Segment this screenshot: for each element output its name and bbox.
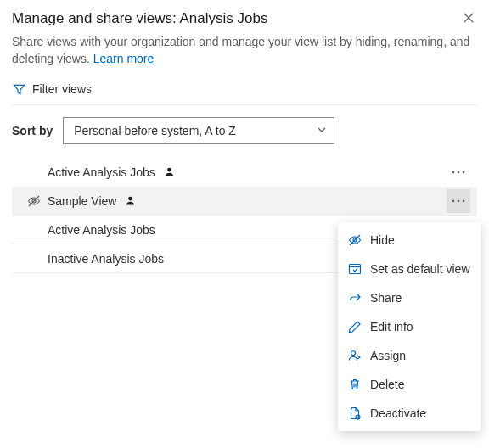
- view-label: Sample View: [48, 194, 116, 208]
- learn-more-link[interactable]: Learn more: [93, 52, 155, 65]
- assign-icon: [348, 349, 362, 362]
- menu-delete[interactable]: Delete: [338, 370, 481, 399]
- svg-point-11: [351, 351, 356, 356]
- menu-item-label: Delete: [370, 378, 404, 391]
- menu-item-label: Share: [370, 291, 402, 305]
- menu-item-label: Assign: [370, 349, 406, 362]
- menu-item-label: Hide: [370, 233, 395, 247]
- delete-icon: [348, 378, 362, 391]
- svg-rect-10: [350, 265, 361, 274]
- menu-item-label: Edit info: [370, 320, 413, 333]
- sort-dropdown[interactable]: Personal before system, A to Z: [63, 117, 334, 144]
- menu-edit-info[interactable]: Edit info: [338, 312, 481, 341]
- filter-icon: [12, 82, 25, 96]
- person-icon: [125, 195, 137, 207]
- svg-point-6: [452, 199, 455, 202]
- description-text: Share views with your organization and m…: [12, 35, 469, 65]
- sort-label: Sort by: [12, 124, 53, 137]
- view-label: Inactive Analysis Jobs: [48, 252, 164, 266]
- chevron-down-icon: [317, 124, 327, 137]
- more-actions-button[interactable]: [447, 160, 470, 184]
- svg-point-8: [463, 199, 465, 202]
- menu-hide[interactable]: Hide: [338, 226, 481, 255]
- view-label: Active Analysis Jobs: [48, 223, 155, 237]
- view-row[interactable]: Active Analysis Jobs: [12, 158, 477, 187]
- deactivate-icon: [348, 406, 362, 420]
- view-label: Active Analysis Jobs: [48, 165, 155, 179]
- filter-views-button[interactable]: Filter views: [12, 79, 477, 105]
- hidden-icon: [27, 194, 41, 208]
- edit-icon: [348, 320, 362, 333]
- svg-point-3: [463, 171, 465, 173]
- menu-set-default[interactable]: Set as default view: [338, 255, 481, 283]
- default-view-icon: [348, 262, 362, 276]
- svg-point-1: [452, 171, 455, 173]
- menu-item-label: Set as default view: [370, 262, 470, 276]
- hide-icon: [348, 233, 362, 247]
- person-icon: [164, 166, 176, 178]
- svg-point-0: [167, 167, 171, 171]
- close-button[interactable]: [460, 10, 477, 27]
- more-actions-button[interactable]: [447, 189, 470, 213]
- dialog-title: Manage and share views: Analysis Jobs: [12, 10, 267, 27]
- menu-share[interactable]: Share: [338, 283, 481, 312]
- share-icon: [348, 291, 362, 305]
- sort-dropdown-value: Personal before system, A to Z: [74, 124, 236, 137]
- close-icon: [463, 12, 475, 26]
- svg-point-7: [458, 199, 460, 202]
- context-menu: Hide Set as default view Share Edit info…: [338, 222, 481, 431]
- menu-assign[interactable]: Assign: [338, 341, 481, 370]
- svg-point-5: [129, 196, 133, 200]
- menu-deactivate[interactable]: Deactivate: [338, 399, 481, 428]
- dialog-description: Share views with your organization and m…: [12, 34, 477, 67]
- filter-views-label: Filter views: [32, 82, 92, 96]
- view-row[interactable]: Sample View: [12, 187, 477, 216]
- svg-point-2: [458, 171, 460, 173]
- menu-item-label: Deactivate: [370, 406, 426, 420]
